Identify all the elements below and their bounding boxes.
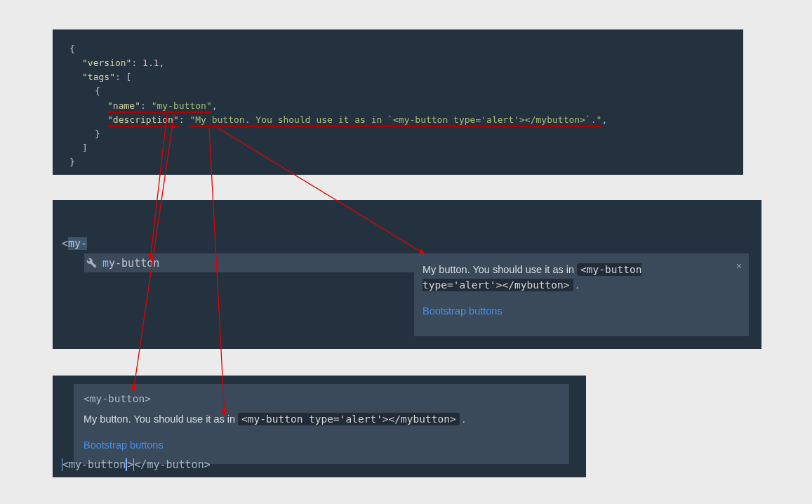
wrench-icon	[86, 258, 97, 268]
bootstrap-buttons-link[interactable]: Bootstrap buttons	[84, 437, 164, 453]
editor-line[interactable]: <my-button></my-button>	[62, 458, 211, 471]
hover-doc-panel: <my-button> My button. You should use it…	[53, 376, 586, 477]
autocomplete-doc-popup: × My button. You should use it as in <my…	[414, 253, 749, 336]
json-line-description: "description": "My button. You should us…	[69, 113, 726, 127]
json-code-panel: { "version": 1.1, "tags": [ { "name": "m…	[53, 29, 743, 175]
close-icon[interactable]: ×	[736, 259, 742, 274]
hover-doc-card: <my-button> My button. You should use it…	[74, 384, 569, 464]
json-line-tags: "tags": [	[69, 70, 726, 84]
autocomplete-popup-item[interactable]: my-button	[84, 253, 440, 272]
hover-description: My button. You should use it as in <my-b…	[84, 411, 559, 427]
autocomplete-panel: <my- my-button × My button. You should u…	[53, 200, 761, 349]
json-line-version: "version": 1.1,	[69, 56, 726, 70]
code-snippet: <my-button type='alert'></mybutton>	[238, 413, 460, 425]
json-line-name: "name": "my-button",	[69, 99, 726, 113]
editor-typed-text[interactable]: <my-	[62, 237, 87, 250]
json-brace: {	[69, 42, 726, 56]
hover-title: <my-button>	[84, 391, 559, 407]
bootstrap-buttons-link[interactable]: Bootstrap buttons	[422, 303, 502, 319]
